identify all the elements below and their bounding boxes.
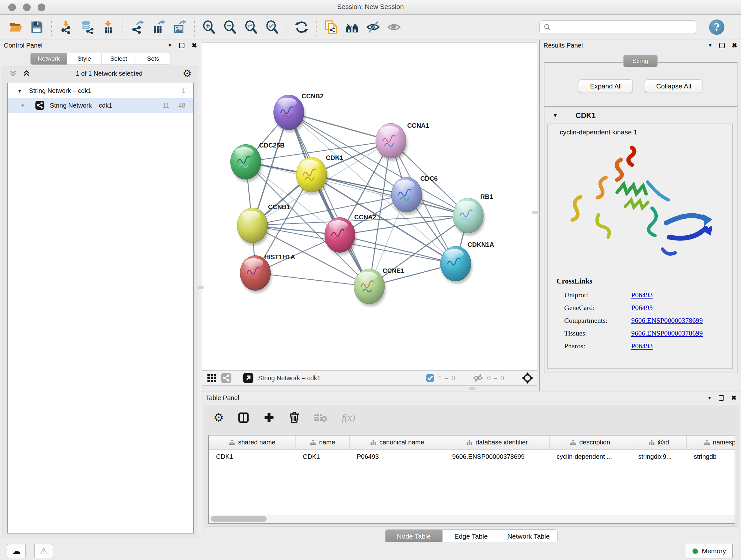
- network-options-gear-icon[interactable]: ⚙: [183, 68, 192, 78]
- panel-float-icon[interactable]: [179, 43, 185, 48]
- table-cell[interactable]: 9606.ENSP00000378699: [445, 453, 549, 460]
- export-image-icon[interactable]: [171, 17, 188, 37]
- tab-string[interactable]: String: [623, 55, 658, 67]
- collapse-all-button[interactable]: Collapse All: [645, 79, 702, 93]
- panel-close-icon[interactable]: ✖: [731, 394, 737, 401]
- network-node[interactable]: HIST1H1A: [240, 253, 295, 293]
- network-edge[interactable]: [255, 273, 369, 287]
- warnings-button[interactable]: ⚠: [35, 544, 53, 558]
- protein-details-box: ▼ CDK1 cyclin-dependent kinase 1: [544, 108, 738, 373]
- splitter-handle[interactable]: [198, 286, 204, 289]
- select-columns-icon[interactable]: [238, 412, 249, 423]
- panel-close-icon[interactable]: ✖: [732, 42, 737, 49]
- crosslink-value-link[interactable]: 9606.ENSP00000378699: [631, 316, 703, 325]
- control-panel: Control Panel ▼ ✖ Network Style Select S…: [0, 40, 201, 542]
- open-file-icon[interactable]: [7, 17, 24, 37]
- collapse-section-icon[interactable]: ▼: [553, 113, 558, 118]
- tab-node-table[interactable]: Node Table: [385, 530, 443, 543]
- network-canvas[interactable]: CCNB2CCNA1CDC25BCDK1CDC6RB1CCNB1CCNA2CDK…: [202, 43, 537, 370]
- network-node[interactable]: CCNB1: [237, 203, 290, 246]
- save-session-icon[interactable]: [28, 17, 45, 37]
- network-row[interactable]: ● String Network – cdk1 11 48: [8, 98, 193, 113]
- zoom-in-icon[interactable]: [200, 17, 218, 37]
- column-header-namespace[interactable]: namespace: [687, 435, 735, 449]
- splitter-handle[interactable]: [469, 387, 475, 390]
- tab-style[interactable]: Style: [67, 53, 102, 65]
- scrollbar-thumb[interactable]: [211, 516, 267, 522]
- column-header-shared-name[interactable]: shared name: [209, 435, 296, 449]
- horizontal-scrollbar[interactable]: [209, 515, 735, 523]
- panel-dropdown-icon[interactable]: ▼: [167, 43, 172, 48]
- birdseye-view-icon[interactable]: [522, 372, 534, 384]
- first-neighbors-icon[interactable]: [343, 17, 360, 37]
- apply-layout-icon[interactable]: [293, 17, 310, 37]
- table-cell[interactable]: CDK1: [296, 453, 350, 460]
- results-panel-title: Results Panel: [543, 42, 583, 49]
- search-box[interactable]: [539, 20, 696, 34]
- table-cell[interactable]: stringdb:9...: [631, 453, 687, 460]
- cloud-status-button[interactable]: ☁: [7, 544, 25, 558]
- import-network-icon[interactable]: [57, 17, 75, 37]
- crosslink-value-link[interactable]: P06493: [631, 304, 653, 312]
- network-collection-row[interactable]: ▼ String Network – cdk1 1: [8, 83, 193, 98]
- column-header-name[interactable]: name: [296, 435, 350, 449]
- delete-column-icon[interactable]: [289, 412, 300, 424]
- network-node[interactable]: CCNA2: [325, 213, 376, 255]
- network-node[interactable]: CCNA1: [376, 122, 429, 161]
- panel-dropdown-icon[interactable]: ▼: [708, 43, 712, 48]
- table-cell[interactable]: cyclin-dependent ...: [549, 453, 631, 460]
- panel-float-icon[interactable]: [719, 43, 725, 48]
- expand-all-networks-icon[interactable]: [22, 70, 30, 77]
- detach-view-icon[interactable]: [243, 373, 254, 383]
- duplicate-network-icon[interactable]: [322, 17, 340, 37]
- tab-sets[interactable]: Sets: [136, 53, 171, 65]
- splitter-handle[interactable]: [532, 211, 538, 214]
- table-cell[interactable]: stringdb: [687, 453, 735, 460]
- column-header-description[interactable]: description: [549, 435, 631, 449]
- panel-dropdown-icon[interactable]: ▼: [707, 395, 712, 400]
- column-header-database-identifier[interactable]: database identifier: [445, 435, 549, 449]
- network-node[interactable]: CCNE1: [354, 267, 404, 307]
- network-node[interactable]: CDKN1A: [441, 241, 494, 284]
- zoom-selected-icon[interactable]: [264, 17, 281, 37]
- table-options-gear-icon[interactable]: ⚙: [213, 412, 224, 423]
- panel-close-icon[interactable]: ✖: [192, 42, 197, 49]
- import-network-database-icon[interactable]: [78, 17, 96, 37]
- network-node[interactable]: CDC6: [391, 175, 437, 215]
- expander-icon[interactable]: ▼: [17, 88, 22, 94]
- network-list-icon[interactable]: [221, 373, 232, 383]
- tab-select[interactable]: Select: [102, 53, 136, 65]
- import-table-icon[interactable]: [99, 17, 117, 37]
- collapse-all-networks-icon[interactable]: [9, 70, 17, 77]
- table-row[interactable]: CDK1CDK1P064939606.ENSP00000378699cyclin…: [209, 449, 735, 463]
- memory-button[interactable]: Memory: [686, 544, 733, 558]
- grid-view-icon[interactable]: [207, 373, 217, 383]
- crosslink-label: Tissues:: [564, 329, 631, 337]
- show-all-icon[interactable]: [386, 17, 403, 37]
- table-cell[interactable]: CDK1: [209, 453, 296, 460]
- column-header-canonical-name[interactable]: canonical name: [350, 435, 445, 449]
- tab-network[interactable]: Network: [30, 53, 67, 65]
- selected-checkbox-icon[interactable]: [426, 374, 434, 382]
- hidden-eye-icon[interactable]: [473, 373, 483, 383]
- network-edge[interactable]: [289, 112, 369, 287]
- add-column-icon[interactable]: [263, 412, 275, 423]
- crosslink-value-link[interactable]: P06493: [631, 342, 653, 350]
- tab-edge-table[interactable]: Edge Table: [443, 530, 500, 543]
- help-button[interactable]: ?: [709, 19, 724, 35]
- table-cell[interactable]: P06493: [350, 453, 445, 460]
- tab-network-table[interactable]: Network Table: [500, 530, 557, 543]
- crosslink-value-link[interactable]: P06493: [631, 291, 653, 299]
- export-table-icon[interactable]: [150, 17, 167, 37]
- zoom-fit-icon[interactable]: [243, 17, 260, 37]
- panel-float-icon[interactable]: [719, 395, 724, 401]
- hide-selected-icon[interactable]: [364, 17, 382, 37]
- column-header--id[interactable]: @id: [631, 435, 687, 449]
- network-node[interactable]: CCNB2: [273, 92, 324, 132]
- search-input[interactable]: [554, 23, 692, 30]
- network-node[interactable]: RB1: [453, 193, 493, 236]
- expand-all-button[interactable]: Expand All: [579, 79, 633, 93]
- export-network-icon[interactable]: [129, 17, 146, 37]
- crosslink-value-link[interactable]: 9606.ENSP00000378699: [631, 329, 703, 337]
- zoom-out-icon[interactable]: [221, 17, 239, 37]
